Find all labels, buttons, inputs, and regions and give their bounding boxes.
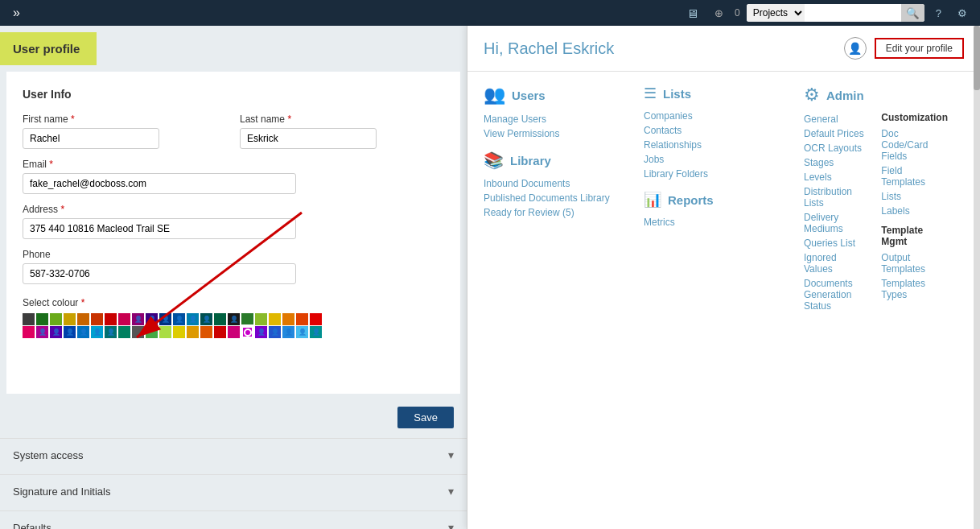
system-access-header[interactable]: System access ▾ xyxy=(0,439,467,471)
color-cell[interactable]: 👤 xyxy=(91,326,103,338)
color-cell[interactable] xyxy=(214,326,226,338)
color-cell[interactable] xyxy=(91,313,103,325)
color-cell[interactable] xyxy=(269,313,281,325)
admin-section-header: ⚙ Admin xyxy=(804,85,948,105)
color-cell[interactable]: 👤 xyxy=(296,326,308,338)
field-templates-link[interactable]: Field Templates xyxy=(881,163,948,189)
color-cell[interactable] xyxy=(255,313,267,325)
search-input[interactable] xyxy=(805,4,901,22)
color-cell[interactable] xyxy=(77,313,89,325)
color-cell[interactable]: 👤 xyxy=(200,313,212,325)
color-cell[interactable]: 👤 xyxy=(50,326,62,338)
color-cell[interactable]: 👤 xyxy=(228,313,240,325)
color-cell[interactable] xyxy=(241,326,253,338)
color-cell[interactable] xyxy=(64,313,76,325)
color-cell[interactable]: 👤 xyxy=(159,313,171,325)
color-cell[interactable] xyxy=(214,313,226,325)
color-cell[interactable] xyxy=(241,313,253,325)
color-cell[interactable] xyxy=(296,313,308,325)
ignored-values-link[interactable]: Ignored Values xyxy=(804,250,865,276)
scrollbar-thumb[interactable] xyxy=(974,26,980,90)
manage-users-link[interactable]: Manage Users xyxy=(484,112,628,126)
distribution-lists-link[interactable]: Distribution Lists xyxy=(804,184,865,210)
edit-profile-button[interactable]: Edit your profile xyxy=(875,38,964,59)
published-docs-link[interactable]: Published Documents Library xyxy=(484,191,628,205)
color-cell-user-icon: 👤 xyxy=(52,329,60,336)
general-link[interactable]: General xyxy=(804,112,865,126)
color-cell[interactable] xyxy=(118,326,130,338)
doc-code-link[interactable]: Doc Code/Card Fields xyxy=(881,126,948,163)
color-cell[interactable]: 👤 xyxy=(310,326,322,338)
color-cell[interactable]: 👤 xyxy=(173,313,185,325)
library-folders-link[interactable]: Library Folders xyxy=(644,167,788,181)
last-name-input[interactable] xyxy=(240,128,377,149)
stages-link[interactable]: Stages xyxy=(804,155,865,170)
templates-types-link[interactable]: Templates Types xyxy=(881,276,948,302)
lists-admin-link[interactable]: Lists xyxy=(881,189,948,204)
color-cell[interactable] xyxy=(228,326,240,338)
labels-link[interactable]: Labels xyxy=(881,204,948,218)
color-cell[interactable] xyxy=(200,326,212,338)
levels-link[interactable]: Levels xyxy=(804,170,865,184)
color-cell[interactable] xyxy=(187,326,199,338)
color-cell[interactable]: 👤 xyxy=(146,313,158,325)
color-cell[interactable] xyxy=(105,313,117,325)
admin-left-col: General Default Prices OCR Layouts Stage… xyxy=(804,112,865,313)
customization-subtitle: Customization xyxy=(881,112,948,123)
color-cell[interactable]: 👤 xyxy=(64,326,76,338)
color-cell[interactable]: 👤 xyxy=(77,326,89,338)
color-cell[interactable] xyxy=(118,313,130,325)
address-input[interactable] xyxy=(23,218,296,239)
color-cell[interactable] xyxy=(310,313,322,325)
metrics-link[interactable]: Metrics xyxy=(644,215,788,229)
color-cell[interactable] xyxy=(173,326,185,338)
ready-for-review-link[interactable]: Ready for Review (5) xyxy=(484,205,628,220)
color-cell[interactable] xyxy=(23,326,35,338)
connections-icon[interactable]: ⊕ xyxy=(710,6,728,21)
color-cell[interactable]: 👤 xyxy=(187,313,199,325)
contacts-link[interactable]: Contacts xyxy=(644,123,788,138)
signature-header[interactable]: Signature and Initials ▾ xyxy=(0,475,467,507)
help-icon[interactable]: ? xyxy=(931,6,946,21)
color-cell[interactable]: 👤 xyxy=(255,326,267,338)
save-button[interactable]: Save xyxy=(397,407,454,428)
color-cell[interactable] xyxy=(146,326,158,338)
output-templates-link[interactable]: Output Templates xyxy=(881,250,948,276)
email-input[interactable] xyxy=(23,173,296,194)
jobs-link[interactable]: Jobs xyxy=(644,152,788,167)
delivery-mediums-link[interactable]: Delivery Mediums xyxy=(804,210,865,236)
color-cell[interactable]: 👤 xyxy=(36,326,48,338)
color-cell[interactable] xyxy=(36,313,48,325)
last-name-group: Last name * xyxy=(240,114,444,149)
config-icon[interactable]: ⚙ xyxy=(953,6,972,21)
color-cell[interactable] xyxy=(23,313,35,325)
doc-gen-status-link[interactable]: Documents Generation Status xyxy=(804,276,865,313)
inbound-docs-link[interactable]: Inbound Documents xyxy=(484,176,628,191)
companies-link[interactable]: Companies xyxy=(644,109,788,123)
nav-arrows-icon[interactable]: » xyxy=(8,4,25,22)
admin-title: Admin xyxy=(826,89,864,102)
color-cell[interactable] xyxy=(159,326,171,338)
phone-input[interactable] xyxy=(23,263,296,284)
view-permissions-link[interactable]: View Permissions xyxy=(484,126,628,141)
system-access-arrow: ▾ xyxy=(448,448,454,461)
relationships-link[interactable]: Relationships xyxy=(644,138,788,152)
defaults-header[interactable]: Defaults ▾ xyxy=(0,511,467,529)
ocr-layouts-link[interactable]: OCR Layouts xyxy=(804,141,865,155)
queries-list-link[interactable]: Queries List xyxy=(804,236,865,250)
reports-title: Reports xyxy=(668,193,714,207)
color-cell[interactable] xyxy=(132,326,144,338)
color-cell[interactable] xyxy=(50,313,62,325)
monitor-icon[interactable]: 🖥 xyxy=(681,5,703,22)
color-grid: 👤👤👤👤👤👤👤👤👤👤👤👤👤👤👤👤👤👤 xyxy=(23,313,444,338)
default-prices-link[interactable]: Default Prices xyxy=(804,126,865,141)
color-cell[interactable]: 👤 xyxy=(282,326,294,338)
search-button[interactable]: 🔍 xyxy=(901,4,924,22)
system-access-label: System access xyxy=(13,449,83,461)
search-category-select[interactable]: Projects xyxy=(747,4,805,22)
color-cell[interactable]: 👤 xyxy=(269,326,281,338)
color-cell[interactable] xyxy=(282,313,294,325)
first-name-input[interactable] xyxy=(23,128,159,149)
color-cell[interactable]: 👤 xyxy=(105,326,117,338)
color-cell[interactable]: 👤 xyxy=(132,313,144,325)
